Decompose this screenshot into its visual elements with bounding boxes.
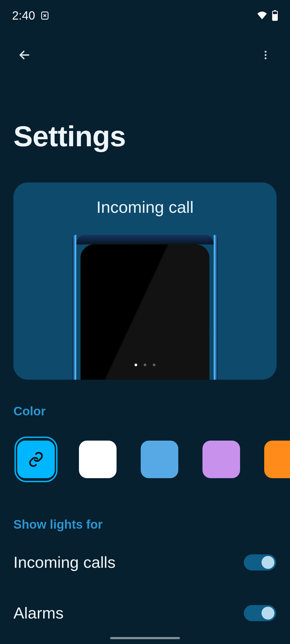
page-dot [153,364,155,366]
color-swatch-orange[interactable] [262,437,290,482]
svg-point-4 [265,51,267,53]
page-title: Settings [0,71,290,182]
back-button[interactable] [12,43,37,67]
app-bar [0,31,290,71]
status-bar-right [256,10,278,21]
color-swatch-white[interactable] [76,437,119,482]
swatch-fill [79,441,117,478]
phone-mockup [73,235,218,380]
toggle-row-alarms[interactable]: Alarms [0,588,290,638]
section-heading-lights: Show lights for [0,482,290,532]
preview-title: Incoming call [96,182,194,217]
more-options-button[interactable] [253,43,278,67]
color-swatch-linked[interactable] [15,437,57,482]
color-swatch-blue[interactable] [138,437,181,482]
show-lights-for-list: Incoming callsAlarms [0,532,290,638]
toggle-switch[interactable] [244,605,276,621]
swatch-fill [141,441,178,478]
toggle-row-incoming-calls[interactable]: Incoming calls [0,537,290,588]
swatch-fill [202,441,240,478]
nav-handle[interactable] [110,637,180,639]
svg-rect-3 [273,14,277,20]
toggle-label: Incoming calls [13,553,115,572]
more-vert-icon [260,49,271,61]
svg-point-6 [265,57,267,59]
page-dot [144,364,146,366]
edge-lights-preview-card[interactable]: Incoming call [13,182,277,380]
battery-icon [272,10,278,21]
preview-page-indicator [135,364,155,366]
swatch-fill [17,441,55,478]
toggle-label: Alarms [13,604,64,622]
svg-point-5 [265,54,267,56]
battery-saver-x-icon [40,11,50,20]
status-bar: 2:40 [0,0,290,31]
wifi-icon [256,10,268,21]
color-swatch-purple[interactable] [200,437,243,482]
toggle-switch[interactable] [244,554,276,570]
page-dot [135,364,137,366]
link-icon [28,451,44,467]
switch-knob [262,607,274,620]
switch-knob [262,556,274,569]
status-time: 2:40 [12,9,35,22]
section-heading-color: Color [0,380,290,418]
back-arrow-icon [17,48,32,62]
color-swatches-row[interactable] [0,418,290,482]
swatch-fill [264,441,290,478]
status-bar-left: 2:40 [12,9,50,22]
